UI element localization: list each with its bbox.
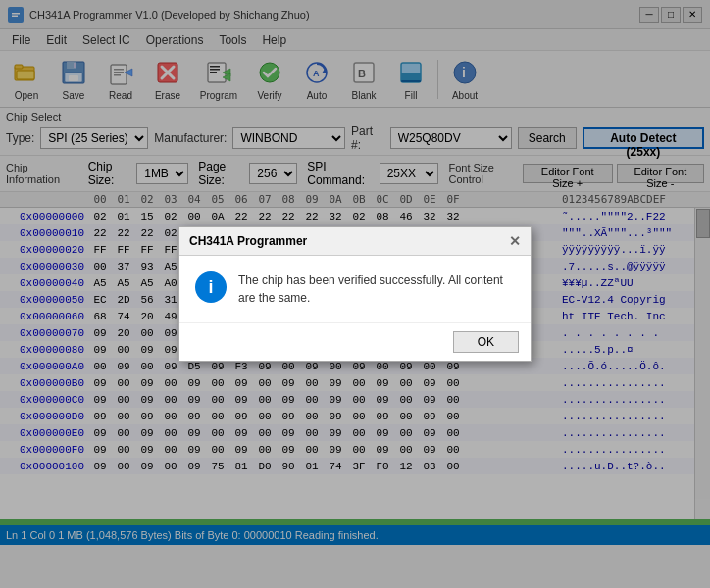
modal-footer: OK — [179, 322, 531, 361]
modal-info-icon: i — [195, 271, 227, 303]
modal-body: i The chip has been verified successfull… — [179, 256, 531, 322]
modal-close-button[interactable]: ✕ — [509, 233, 521, 249]
modal-overlay: CH341A Programmer ✕ i The chip has been … — [0, 0, 710, 588]
modal-title-bar: CH341A Programmer ✕ — [179, 227, 531, 256]
ok-button[interactable]: OK — [453, 331, 519, 353]
modal-message: The chip has been verified successfully.… — [238, 271, 515, 307]
modal-title-text: CH341A Programmer — [189, 234, 307, 248]
modal-dialog: CH341A Programmer ✕ i The chip has been … — [178, 226, 532, 362]
